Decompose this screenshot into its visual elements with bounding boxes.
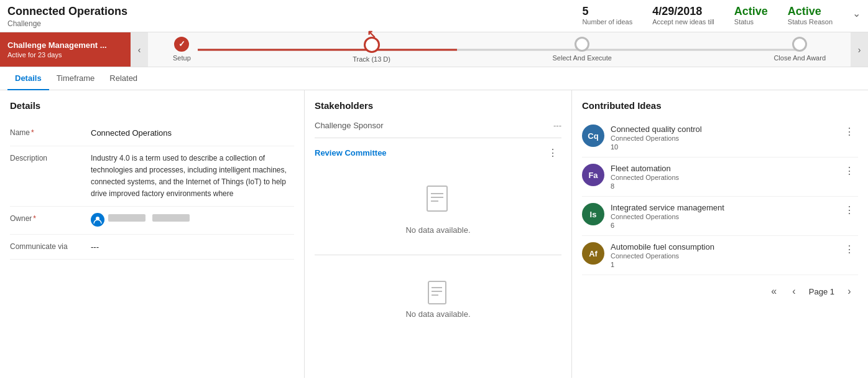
idea-avatar-af: Af (582, 242, 604, 265)
review-committee-header: Review Committee ⋮ (315, 146, 561, 160)
progress-track: ✓ Setup ↖ Track (13 D) Select And Execut… (148, 32, 851, 67)
no-data-icon-1 (426, 185, 451, 220)
idea-more-is[interactable]: ⋮ (841, 203, 858, 217)
idea-count-cq: 10 (611, 143, 834, 151)
stat-status-reason: Active Status Reason (788, 5, 833, 26)
field-communicate-value: --- (91, 241, 294, 253)
stat-ideas-value: 5 (582, 5, 588, 18)
chevron-down-icon: ⌄ (852, 7, 861, 19)
tab-details[interactable]: Details (7, 67, 49, 90)
field-name-label: Name* (10, 127, 91, 137)
stat-date-value: 4/29/2018 (652, 5, 702, 18)
idea-avatar-fa: Fa (582, 164, 604, 186)
stat-ideas-label: Number of ideas (582, 18, 632, 26)
idea-avatar-is: Is (582, 203, 604, 225)
banner-title: Challenge Management ... (7, 40, 119, 50)
ideas-header: Contributed Ideas (582, 100, 858, 111)
idea-item-is: Is Integrated service management Connect… (582, 197, 858, 236)
field-owner-label: Owner* (10, 213, 91, 223)
step-track[interactable]: ↖ Track (13 D) (353, 37, 390, 63)
field-description: Description Industry 4.0 is a term used … (10, 146, 294, 207)
prev-page-button[interactable]: ‹ (785, 283, 803, 300)
stakeholders-header: Stakeholders (315, 100, 561, 111)
owner-name (108, 214, 190, 227)
review-committee-more-icon[interactable]: ⋮ (544, 146, 561, 160)
idea-count-af: 1 (611, 261, 834, 268)
idea-info-af: Automobile fuel consumption Connected Op… (611, 242, 834, 268)
step-select[interactable]: Select And Execute (553, 37, 612, 63)
idea-item-fa: Fa Fleet automation Connected Operations… (582, 158, 858, 197)
step-label-select: Select And Execute (553, 54, 612, 62)
owner-blurred-1 (108, 214, 145, 222)
idea-more-cq[interactable]: ⋮ (841, 125, 858, 139)
stat-status-reason-value: Active (788, 5, 821, 18)
tab-related[interactable]: Related (102, 67, 145, 90)
field-name-required: * (31, 128, 34, 137)
idea-subtitle-fa: Connected Operations (611, 174, 834, 181)
stat-status: Active Status (734, 5, 768, 26)
step-circle-select (575, 37, 589, 52)
stat-date: 4/29/2018 Accept new ideas till (652, 5, 714, 26)
review-committee-label: Review Committee (315, 148, 387, 158)
first-page-button[interactable]: « (765, 283, 783, 300)
header-stats: 5 Number of ideas 4/29/2018 Accept new i… (582, 5, 861, 26)
no-data-text-2: No data available. (405, 309, 470, 319)
details-panel-title: Details (10, 100, 294, 111)
field-owner-value (91, 213, 294, 228)
step-close[interactable]: Close And Award (773, 37, 826, 63)
page-header: Connected Operations Challenge 5 Number … (0, 0, 868, 32)
progress-section: Challenge Management ... Active for 23 d… (0, 32, 868, 67)
page-title: Connected Operations (7, 5, 127, 18)
review-committee-section: Review Committee ⋮ No data available. (315, 138, 561, 255)
idea-more-af[interactable]: ⋮ (841, 242, 858, 256)
contributed-ideas-panel: Contributed Ideas Cq Connected quality c… (572, 90, 868, 378)
tabs-bar: Details Timeframe Related (0, 67, 868, 90)
sponsor-row: Challenge Sponsor --- (315, 118, 561, 133)
second-no-data-section: No data available. (315, 255, 561, 339)
idea-item-af: Af Automobile fuel consumption Connected… (582, 236, 858, 275)
step-circle-setup: ✓ (174, 37, 189, 52)
field-description-value: Industry 4.0 is a term used to describe … (91, 153, 294, 200)
banner-sub: Active for 23 days (7, 51, 123, 59)
review-committee-no-data: No data available. (315, 165, 561, 255)
step-circle-track: ↖ (364, 37, 380, 53)
stat-status-reason-label: Status Reason (788, 18, 833, 26)
stat-date-label: Accept new ideas till (652, 18, 714, 26)
field-owner: Owner* (10, 207, 294, 235)
owner-blurred-2 (152, 214, 190, 222)
owner-avatar (91, 213, 190, 227)
field-name: Name* Connected Operations (10, 121, 294, 146)
expand-button[interactable]: ⌄ (852, 5, 861, 19)
field-description-label: Description (10, 153, 91, 162)
idea-count-is: 6 (611, 222, 834, 229)
no-data-icon-2 (427, 280, 450, 309)
idea-title-fa: Fleet automation (611, 164, 834, 173)
field-name-value: Connected Operations (91, 127, 294, 139)
step-label-setup: Setup (173, 54, 191, 62)
stakeholders-title: Stakeholders (315, 100, 373, 111)
progress-nav-right-button[interactable]: › (851, 32, 868, 67)
chevron-left-icon: ‹ (138, 45, 141, 55)
idea-info-fa: Fleet automation Connected Operations 8 (611, 164, 834, 190)
ideas-title: Contributed Ideas (582, 100, 662, 111)
step-label-track: Track (13 D) (353, 55, 390, 63)
step-label-close: Close And Award (773, 54, 826, 62)
chevron-right-icon: › (858, 45, 861, 55)
stat-ideas: 5 Number of ideas (582, 5, 632, 26)
page-subtitle: Challenge (7, 19, 127, 28)
step-setup[interactable]: ✓ Setup (173, 37, 191, 63)
pagination: « ‹ Page 1 › (582, 278, 858, 305)
idea-info-is: Integrated service management Connected … (611, 203, 834, 229)
next-page-button[interactable]: › (841, 283, 858, 300)
idea-avatar-cq: Cq (582, 125, 604, 147)
tab-timeframe[interactable]: Timeframe (49, 67, 103, 90)
progress-nav-left-button[interactable]: ‹ (131, 32, 148, 67)
idea-more-fa[interactable]: ⋮ (841, 164, 858, 178)
owner-avatar-icon (91, 213, 104, 227)
first-page-icon: « (771, 286, 777, 297)
next-page-icon: › (847, 286, 851, 297)
challenge-banner[interactable]: Challenge Management ... Active for 23 d… (0, 32, 131, 67)
idea-title-cq: Connected quality control (611, 125, 834, 134)
svg-rect-1 (427, 186, 447, 211)
idea-info-cq: Connected quality control Connected Oper… (611, 125, 834, 151)
